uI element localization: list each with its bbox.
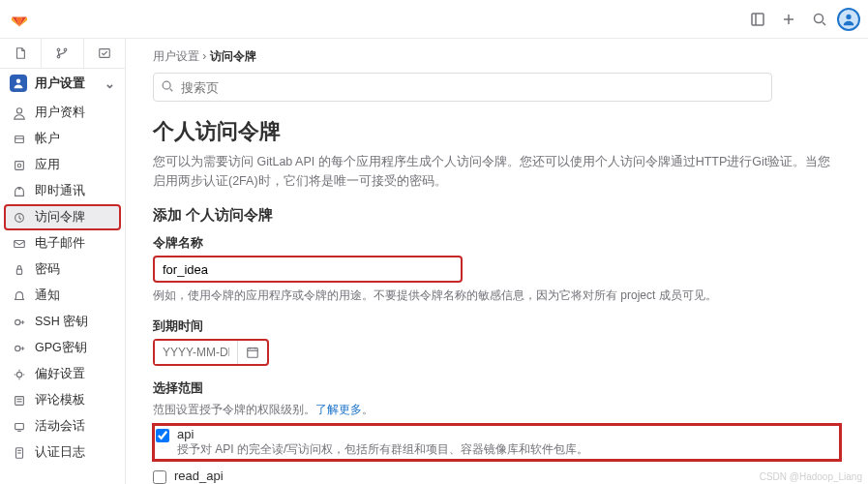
sidebar-item-4[interactable]: 访问令牌 xyxy=(4,204,121,230)
nav-icon xyxy=(12,341,27,356)
scope-api: api授予对 API 的完全读/写访问权，包括所有群组和项目、容器镜像库和软件包… xyxy=(153,424,841,461)
sidebar-item-9[interactable]: GPG密钥 xyxy=(4,335,121,361)
breadcrumb: 用户设置 › 访问令牌 xyxy=(153,48,841,65)
svg-point-8 xyxy=(58,55,61,58)
svg-rect-19 xyxy=(15,240,25,247)
scope-checkbox-api[interactable] xyxy=(156,429,169,442)
svg-line-33 xyxy=(170,89,173,92)
svg-rect-20 xyxy=(16,269,21,274)
svg-point-17 xyxy=(18,187,20,189)
nav-icon xyxy=(12,367,27,382)
svg-line-5 xyxy=(823,22,825,25)
sidebar-item-10[interactable]: 偏好设置 xyxy=(4,361,121,387)
sidebar-item-2[interactable]: 应用 xyxy=(4,152,121,178)
nav-icon xyxy=(12,262,27,278)
add-token-heading: 添加 个人访问令牌 xyxy=(153,206,841,225)
svg-point-21 xyxy=(15,319,20,324)
token-name-label: 令牌名称 xyxy=(153,234,841,252)
tab-merge-icon[interactable] xyxy=(42,39,83,68)
svg-rect-34 xyxy=(248,348,258,358)
search-icon xyxy=(161,79,174,93)
sidebar-item-12[interactable]: 活动会话 xyxy=(4,413,121,439)
calendar-icon[interactable] xyxy=(237,341,267,364)
svg-point-11 xyxy=(16,79,21,84)
svg-point-6 xyxy=(846,14,851,18)
nav-icon xyxy=(12,315,27,330)
nav-icon xyxy=(12,393,27,408)
sidebar-item-7[interactable]: 通知 xyxy=(4,283,121,309)
nav-icon xyxy=(12,445,27,461)
search-icon[interactable] xyxy=(806,6,833,33)
sidebar-item-5[interactable]: 电子邮件 xyxy=(4,230,121,257)
token-name-input[interactable] xyxy=(153,256,463,283)
tab-todo-icon[interactable] xyxy=(84,39,125,68)
chevron-down-icon: ⌄ xyxy=(105,76,115,91)
svg-point-7 xyxy=(58,48,61,51)
scope-read_api: read_api授予对 API 的读访问权，包括所有群组和项目、容器镜像库和软件… xyxy=(153,469,841,484)
sidebar-item-0[interactable]: 用户资料 xyxy=(4,100,121,126)
svg-point-32 xyxy=(163,81,170,89)
expiry-input[interactable] xyxy=(155,341,237,364)
gitlab-logo[interactable] xyxy=(8,8,31,31)
nav-icon xyxy=(12,210,27,226)
scopes-label: 选择范围 xyxy=(153,379,841,397)
nav-icon xyxy=(12,158,27,173)
user-avatar[interactable] xyxy=(837,8,860,31)
nav-icon xyxy=(12,106,27,121)
svg-point-22 xyxy=(15,346,20,350)
page-title: 个人访问令牌 xyxy=(153,117,841,146)
sidebar-item-8[interactable]: SSH 密钥 xyxy=(4,309,121,335)
learn-more-link[interactable]: 了解更多 xyxy=(315,403,362,416)
sidebar-item-1[interactable]: 帐户 xyxy=(4,126,121,152)
svg-rect-15 xyxy=(15,161,24,169)
svg-point-23 xyxy=(16,372,21,377)
scope-checkbox-read_api[interactable] xyxy=(153,470,166,484)
nav-icon xyxy=(12,132,27,147)
token-name-hint: 例如，使用令牌的应用程序或令牌的用途。不要提供令牌名称的敏感信息，因为它将对所有… xyxy=(153,287,841,304)
tab-file-icon[interactable] xyxy=(0,39,42,68)
sidebar-section-header[interactable]: 用户设置 ⌄ xyxy=(0,69,125,98)
svg-rect-13 xyxy=(15,136,24,142)
svg-rect-0 xyxy=(752,14,763,25)
svg-rect-27 xyxy=(15,423,24,429)
sidebar-item-3[interactable]: 即时通讯 xyxy=(4,178,121,204)
sidebar-item-11[interactable]: 评论模板 xyxy=(4,387,121,413)
svg-rect-24 xyxy=(15,396,24,405)
nav-icon xyxy=(12,288,27,304)
svg-point-12 xyxy=(16,107,21,112)
sidebar-item-6[interactable]: 密码 xyxy=(4,257,121,283)
page-description: 您可以为需要访问 GitLab API 的每个应用程序生成个人访问令牌。您还可以… xyxy=(153,152,841,191)
user-settings-icon xyxy=(10,75,27,92)
sidebar-item-13[interactable]: 认证日志 xyxy=(4,439,121,466)
nav-icon xyxy=(12,419,27,435)
expiry-label: 到期时间 xyxy=(153,318,841,335)
svg-point-16 xyxy=(17,164,21,167)
svg-rect-10 xyxy=(100,49,110,58)
nav-icon xyxy=(12,236,27,252)
nav-icon xyxy=(12,184,27,199)
watermark: CSDN @Hadoop_Liang xyxy=(760,471,862,482)
svg-point-4 xyxy=(815,14,823,22)
svg-point-9 xyxy=(65,48,68,51)
sidebar-toggle-icon[interactable] xyxy=(744,6,771,33)
plus-icon[interactable] xyxy=(775,6,802,33)
search-input[interactable] xyxy=(153,73,772,102)
